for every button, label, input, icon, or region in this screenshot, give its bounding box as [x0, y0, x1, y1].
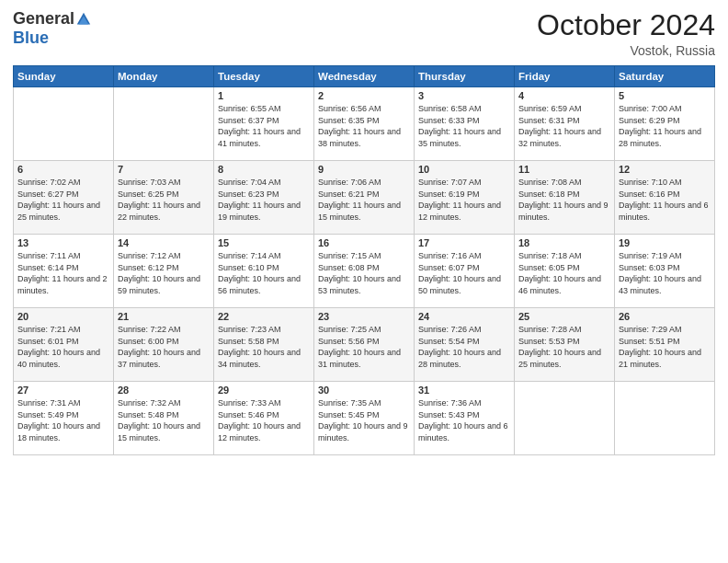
col-thursday: Thursday [415, 66, 515, 87]
calendar-week-5: 27Sunrise: 7:31 AMSunset: 5:49 PMDayligh… [14, 382, 715, 455]
col-monday: Monday [114, 66, 214, 87]
calendar-cell: 4Sunrise: 6:59 AMSunset: 6:31 PMDaylight… [515, 87, 615, 161]
calendar-cell: 16Sunrise: 7:15 AMSunset: 6:08 PMDayligh… [314, 235, 415, 308]
day-number: 21 [118, 311, 210, 322]
cell-content: Sunrise: 7:18 AMSunset: 6:05 PMDaylight:… [518, 250, 610, 296]
calendar-cell: 6Sunrise: 7:02 AMSunset: 6:27 PMDaylight… [14, 161, 114, 235]
calendar-cell: 31Sunrise: 7:36 AMSunset: 5:43 PMDayligh… [415, 382, 515, 455]
cell-content: Sunrise: 7:25 AMSunset: 5:56 PMDaylight:… [318, 324, 410, 370]
cell-content: Sunrise: 7:28 AMSunset: 5:53 PMDaylight:… [518, 324, 610, 370]
col-sunday: Sunday [14, 66, 114, 87]
title-block: October 2024 Vostok, Russia [537, 9, 715, 58]
logo-general-text: General [13, 9, 74, 29]
calendar-cell: 1Sunrise: 6:55 AMSunset: 6:37 PMDaylight… [214, 87, 314, 161]
day-number: 27 [17, 385, 109, 396]
cell-content: Sunrise: 7:22 AMSunset: 6:00 PMDaylight:… [118, 324, 210, 370]
cell-content: Sunrise: 7:32 AMSunset: 5:48 PMDaylight:… [118, 397, 210, 443]
day-number: 9 [318, 164, 410, 175]
calendar-cell: 15Sunrise: 7:14 AMSunset: 6:10 PMDayligh… [214, 235, 314, 308]
calendar-cell: 28Sunrise: 7:32 AMSunset: 5:48 PMDayligh… [114, 382, 214, 455]
col-friday: Friday [515, 66, 615, 87]
day-number: 5 [619, 90, 711, 101]
day-number: 13 [17, 237, 109, 248]
calendar-cell: 8Sunrise: 7:04 AMSunset: 6:23 PMDaylight… [214, 161, 314, 235]
calendar-cell: 23Sunrise: 7:25 AMSunset: 5:56 PMDayligh… [314, 308, 415, 382]
calendar-cell: 11Sunrise: 7:08 AMSunset: 6:18 PMDayligh… [515, 161, 615, 235]
day-number: 16 [318, 237, 410, 248]
calendar-week-3: 13Sunrise: 7:11 AMSunset: 6:14 PMDayligh… [14, 235, 715, 308]
day-number: 29 [218, 385, 310, 396]
calendar-cell: 20Sunrise: 7:21 AMSunset: 6:01 PMDayligh… [14, 308, 114, 382]
cell-content: Sunrise: 7:23 AMSunset: 5:58 PMDaylight:… [218, 324, 310, 370]
month-title: October 2024 [537, 9, 715, 41]
calendar-cell: 25Sunrise: 7:28 AMSunset: 5:53 PMDayligh… [515, 308, 615, 382]
cell-content: Sunrise: 7:08 AMSunset: 6:18 PMDaylight:… [518, 177, 610, 223]
location: Vostok, Russia [537, 43, 715, 58]
cell-content: Sunrise: 7:06 AMSunset: 6:21 PMDaylight:… [318, 177, 410, 223]
cell-content: Sunrise: 7:04 AMSunset: 6:23 PMDaylight:… [218, 177, 310, 223]
day-number: 20 [17, 311, 109, 322]
day-number: 31 [418, 385, 510, 396]
day-number: 4 [518, 90, 610, 101]
calendar-cell: 21Sunrise: 7:22 AMSunset: 6:00 PMDayligh… [114, 308, 214, 382]
day-number: 10 [418, 164, 510, 175]
calendar-week-4: 20Sunrise: 7:21 AMSunset: 6:01 PMDayligh… [14, 308, 715, 382]
calendar-cell: 18Sunrise: 7:18 AMSunset: 6:05 PMDayligh… [515, 235, 615, 308]
cell-content: Sunrise: 7:31 AMSunset: 5:49 PMDaylight:… [17, 397, 109, 443]
day-number: 19 [619, 237, 711, 248]
calendar-cell: 30Sunrise: 7:35 AMSunset: 5:45 PMDayligh… [314, 382, 415, 455]
cell-content: Sunrise: 7:33 AMSunset: 5:46 PMDaylight:… [218, 397, 310, 443]
cell-content: Sunrise: 7:11 AMSunset: 6:14 PMDaylight:… [17, 250, 109, 296]
day-number: 2 [318, 90, 410, 101]
cell-content: Sunrise: 7:35 AMSunset: 5:45 PMDaylight:… [318, 397, 410, 443]
day-number: 11 [518, 164, 610, 175]
cell-content: Sunrise: 6:59 AMSunset: 6:31 PMDaylight:… [518, 103, 610, 149]
logo-icon [75, 11, 92, 28]
calendar-cell: 29Sunrise: 7:33 AMSunset: 5:46 PMDayligh… [214, 382, 314, 455]
day-number: 28 [118, 385, 210, 396]
day-number: 30 [318, 385, 410, 396]
calendar-cell [615, 382, 715, 455]
day-number: 22 [218, 311, 310, 322]
day-number: 6 [17, 164, 109, 175]
calendar-cell: 22Sunrise: 7:23 AMSunset: 5:58 PMDayligh… [214, 308, 314, 382]
calendar-week-2: 6Sunrise: 7:02 AMSunset: 6:27 PMDaylight… [14, 161, 715, 235]
calendar-week-1: 1Sunrise: 6:55 AMSunset: 6:37 PMDaylight… [14, 87, 715, 161]
calendar-cell: 9Sunrise: 7:06 AMSunset: 6:21 PMDaylight… [314, 161, 415, 235]
col-tuesday: Tuesday [214, 66, 314, 87]
cell-content: Sunrise: 7:00 AMSunset: 6:29 PMDaylight:… [619, 103, 711, 149]
page: General Blue October 2024 Vostok, Russia… [0, 0, 728, 563]
calendar-cell: 12Sunrise: 7:10 AMSunset: 6:16 PMDayligh… [615, 161, 715, 235]
cell-content: Sunrise: 7:29 AMSunset: 5:51 PMDaylight:… [619, 324, 711, 370]
cell-content: Sunrise: 7:15 AMSunset: 6:08 PMDaylight:… [318, 250, 410, 296]
header: General Blue October 2024 Vostok, Russia [13, 9, 715, 58]
calendar-cell: 13Sunrise: 7:11 AMSunset: 6:14 PMDayligh… [14, 235, 114, 308]
cell-content: Sunrise: 7:12 AMSunset: 6:12 PMDaylight:… [118, 250, 210, 296]
calendar-cell [515, 382, 615, 455]
calendar-cell [14, 87, 114, 161]
day-number: 14 [118, 237, 210, 248]
cell-content: Sunrise: 7:14 AMSunset: 6:10 PMDaylight:… [218, 250, 310, 296]
calendar-cell: 17Sunrise: 7:16 AMSunset: 6:07 PMDayligh… [415, 235, 515, 308]
logo-blue-text: Blue [13, 29, 49, 48]
cell-content: Sunrise: 7:16 AMSunset: 6:07 PMDaylight:… [418, 250, 510, 296]
cell-content: Sunrise: 7:21 AMSunset: 6:01 PMDaylight:… [17, 324, 109, 370]
calendar-cell: 24Sunrise: 7:26 AMSunset: 5:54 PMDayligh… [415, 308, 515, 382]
day-number: 1 [218, 90, 310, 101]
day-number: 18 [518, 237, 610, 248]
day-number: 25 [518, 311, 610, 322]
calendar-table: Sunday Monday Tuesday Wednesday Thursday… [13, 65, 715, 455]
day-number: 12 [619, 164, 711, 175]
calendar-cell: 10Sunrise: 7:07 AMSunset: 6:19 PMDayligh… [415, 161, 515, 235]
col-saturday: Saturday [615, 66, 715, 87]
calendar-cell: 7Sunrise: 7:03 AMSunset: 6:25 PMDaylight… [114, 161, 214, 235]
cell-content: Sunrise: 6:58 AMSunset: 6:33 PMDaylight:… [418, 103, 510, 149]
calendar-cell: 14Sunrise: 7:12 AMSunset: 6:12 PMDayligh… [114, 235, 214, 308]
cell-content: Sunrise: 6:56 AMSunset: 6:35 PMDaylight:… [318, 103, 410, 149]
cell-content: Sunrise: 7:10 AMSunset: 6:16 PMDaylight:… [619, 177, 711, 223]
day-number: 17 [418, 237, 510, 248]
calendar-cell: 26Sunrise: 7:29 AMSunset: 5:51 PMDayligh… [615, 308, 715, 382]
day-number: 15 [218, 237, 310, 248]
calendar-cell: 2Sunrise: 6:56 AMSunset: 6:35 PMDaylight… [314, 87, 415, 161]
calendar-cell [114, 87, 214, 161]
